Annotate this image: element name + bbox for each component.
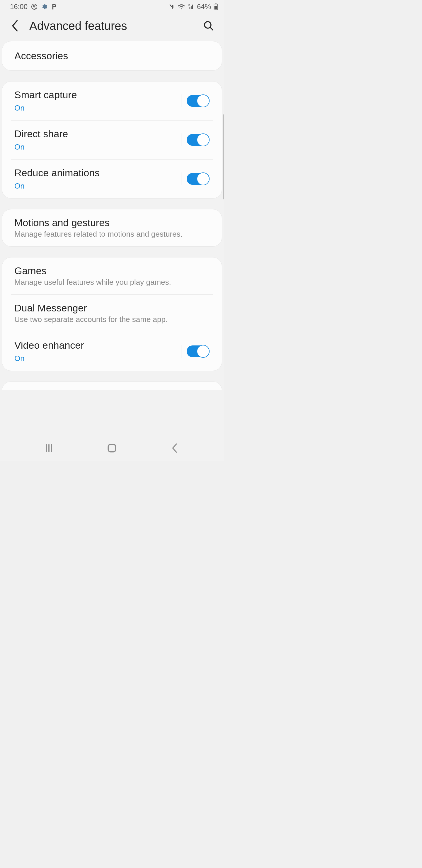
row-title: Smart capture bbox=[14, 89, 176, 101]
row-smart-capture[interactable]: Smart capture On bbox=[2, 82, 222, 120]
app-header: Advanced features bbox=[0, 13, 224, 41]
recents-icon bbox=[44, 443, 54, 453]
status-bar: 16:00 R 64% bbox=[0, 0, 224, 13]
row-title: Direct share bbox=[14, 128, 176, 140]
row-dual-messenger[interactable]: Dual Messenger Use two separate accounts… bbox=[11, 294, 213, 332]
card-accessories: Accessories bbox=[2, 41, 222, 71]
vibrate-icon bbox=[168, 3, 175, 10]
row-status: On bbox=[14, 143, 176, 152]
svg-point-1 bbox=[33, 5, 35, 7]
home-icon bbox=[106, 442, 118, 454]
svg-line-7 bbox=[210, 28, 213, 30]
chevron-left-icon bbox=[11, 20, 19, 32]
scroll-indicator[interactable] bbox=[223, 114, 224, 199]
toggle-smart-capture[interactable] bbox=[187, 95, 209, 107]
nav-recents-button[interactable] bbox=[37, 441, 61, 456]
status-time: 16:00 bbox=[10, 3, 28, 11]
row-motions-gestures[interactable]: Motions and gestures Manage features rel… bbox=[2, 209, 222, 246]
row-video-enhancer[interactable]: Video enhancer On bbox=[11, 332, 213, 371]
battery-percent: 64% bbox=[197, 3, 211, 11]
wifi-icon bbox=[177, 3, 185, 10]
row-direct-share[interactable]: Direct share On bbox=[11, 120, 213, 159]
back-button[interactable] bbox=[8, 19, 22, 33]
row-title: Games bbox=[14, 265, 209, 277]
row-sub: Use two separate accounts for the same a… bbox=[14, 315, 209, 324]
row-title: Accessories bbox=[14, 50, 209, 62]
toggle-divider bbox=[181, 173, 182, 185]
card-toggles-1: Smart capture On Direct share On bbox=[2, 81, 222, 198]
row-status: On bbox=[14, 103, 176, 113]
toggle-divider bbox=[181, 133, 182, 146]
signal-icon: R bbox=[188, 3, 195, 10]
row-status: On bbox=[14, 354, 176, 363]
row-status: On bbox=[14, 182, 176, 191]
battery-icon bbox=[213, 3, 218, 10]
svg-rect-4 bbox=[215, 3, 217, 4]
row-title: Reduce animations bbox=[14, 167, 176, 179]
gear-icon bbox=[41, 3, 47, 10]
page-title: Advanced features bbox=[29, 19, 127, 33]
search-icon bbox=[203, 20, 214, 31]
row-sub: Manage useful features while you play ga… bbox=[14, 278, 209, 287]
svg-text:R: R bbox=[188, 4, 191, 7]
toggle-divider bbox=[181, 345, 182, 358]
toggle-reduce-animations[interactable] bbox=[187, 173, 209, 185]
settings-content: Accessories Smart capture On Direct shar… bbox=[0, 41, 224, 437]
row-title: Motions and gestures bbox=[14, 217, 209, 228]
navigation-bar bbox=[0, 437, 224, 461]
row-reduce-animations[interactable]: Reduce animations On bbox=[11, 159, 213, 198]
nav-back-icon bbox=[170, 443, 180, 453]
card-motions: Motions and gestures Manage features rel… bbox=[2, 209, 222, 247]
p-icon bbox=[51, 3, 57, 10]
row-title: Video enhancer bbox=[14, 340, 176, 351]
toggle-direct-share[interactable] bbox=[187, 134, 209, 146]
card-games-group: Games Manage useful features while you p… bbox=[2, 257, 222, 371]
search-button[interactable] bbox=[202, 19, 216, 33]
row-sub: Manage features related to motions and g… bbox=[14, 229, 209, 239]
card-next-peek[interactable] bbox=[2, 381, 222, 390]
row-title: Dual Messenger bbox=[14, 302, 209, 314]
toggle-video-enhancer[interactable] bbox=[187, 345, 209, 357]
svg-rect-5 bbox=[215, 6, 217, 10]
toggle-divider bbox=[181, 94, 182, 107]
person-icon bbox=[31, 3, 37, 10]
svg-rect-11 bbox=[108, 444, 116, 452]
row-games[interactable]: Games Manage useful features while you p… bbox=[2, 257, 222, 294]
row-accessories[interactable]: Accessories bbox=[2, 41, 222, 70]
nav-back-button[interactable] bbox=[163, 441, 187, 456]
nav-home-button[interactable] bbox=[100, 441, 124, 456]
